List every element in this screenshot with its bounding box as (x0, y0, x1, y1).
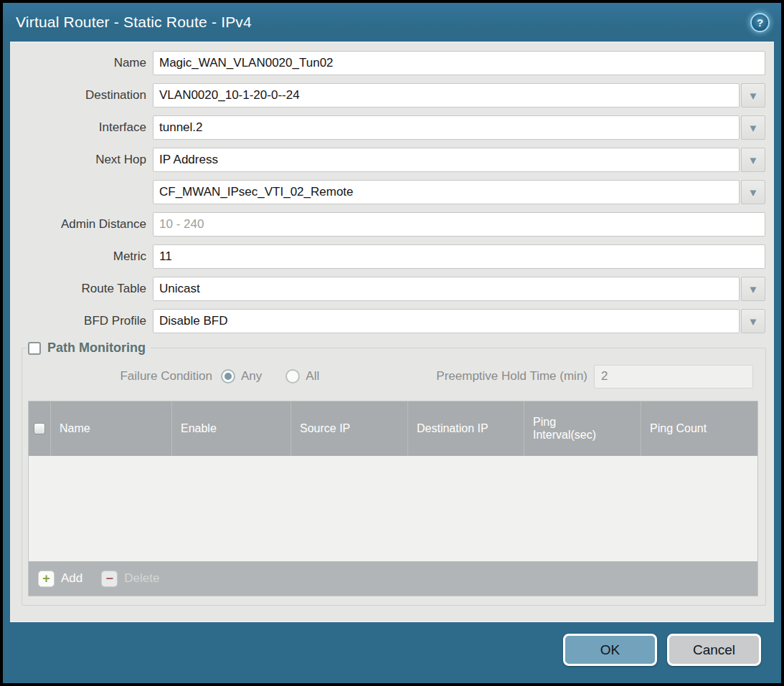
destination-input[interactable] (153, 83, 740, 108)
col-header-destination-ip: Destination IP (407, 401, 524, 456)
name-label: Name (10, 51, 153, 75)
plus-icon: + (38, 571, 55, 587)
route-table-input[interactable] (153, 277, 740, 301)
titlebar: Virtual Router - Static Route - IPv4 ? (3, 3, 781, 42)
failure-condition-row: Failure Condition Any All Preemptive Hol… (27, 364, 758, 389)
route-table-field-wrap: ▼ (153, 277, 765, 301)
interface-dropdown-button[interactable]: ▼ (741, 115, 765, 140)
hold-time-input (594, 365, 753, 389)
destination-label: Destination (10, 83, 153, 108)
route-table-dropdown-button[interactable]: ▼ (741, 277, 765, 301)
select-all-checkbox[interactable] (34, 423, 45, 434)
col-header-ping-count: Ping Count (641, 401, 757, 456)
radio-button-icon (285, 369, 300, 384)
col-header-source-ip: Source IP (291, 401, 407, 456)
chevron-down-icon: ▼ (748, 155, 759, 166)
dialog-title: Virtual Router - Static Route - IPv4 (16, 14, 252, 31)
metric-field-wrap (153, 244, 765, 269)
radio-button-icon (221, 369, 235, 384)
path-monitoring-checkbox[interactable] (28, 342, 41, 355)
table-body-empty (29, 456, 757, 561)
admin-distance-input[interactable] (153, 212, 765, 237)
next-hop-label: Next Hop (10, 148, 153, 172)
path-monitoring-legend: Path Monitoring (27, 340, 151, 356)
bfd-profile-field-wrap: ▼ (153, 309, 765, 333)
next-hop-type-input[interactable] (153, 148, 740, 172)
interface-input[interactable] (153, 115, 740, 140)
hold-time-group: Preemptive Hold Time (min) (436, 365, 753, 389)
table-header: Name Enable Source IP Destination IP Pin… (29, 401, 757, 456)
failure-condition-label: Failure Condition (27, 369, 212, 384)
next-hop-address-label (10, 180, 153, 204)
delete-button-label: Delete (124, 571, 159, 586)
add-button[interactable]: + Add (38, 571, 82, 587)
interface-field-wrap: ▼ (153, 115, 765, 140)
col-header-ping-interval: Ping Interval(sec) (524, 401, 641, 456)
metric-input[interactable] (153, 244, 765, 269)
name-field-wrap (153, 51, 765, 75)
static-route-dialog: Virtual Router - Static Route - IPv4 ? N… (0, 0, 784, 686)
route-table-label: Route Table (10, 277, 153, 301)
table-toolbar: + Add − Delete (29, 561, 757, 596)
bfd-profile-input[interactable] (153, 309, 740, 333)
path-monitoring-title: Path Monitoring (47, 340, 146, 356)
hold-time-label: Preemptive Hold Time (min) (436, 369, 587, 384)
destination-field-wrap: ▼ (153, 83, 765, 108)
name-input[interactable] (153, 51, 765, 75)
col-header-name: Name (50, 401, 171, 456)
destination-dropdown-button[interactable]: ▼ (741, 83, 765, 108)
dialog-content: Name Destination ▼ Interface ▼ Next Hop (10, 42, 774, 622)
radio-all-label: All (306, 369, 319, 384)
bfd-profile-dropdown-button[interactable]: ▼ (741, 309, 765, 333)
admin-distance-label: Admin Distance (10, 212, 153, 237)
chevron-down-icon: ▼ (748, 123, 759, 133)
metric-label: Metric (10, 244, 153, 269)
col-header-enable: Enable (171, 401, 291, 456)
next-hop-address-input[interactable] (153, 180, 740, 204)
next-hop-type-field-wrap: ▼ (153, 148, 765, 172)
chevron-down-icon: ▼ (748, 316, 759, 327)
chevron-down-icon: ▼ (748, 284, 759, 295)
help-icon[interactable]: ? (750, 13, 770, 32)
next-hop-address-field-wrap: ▼ (153, 180, 765, 204)
question-mark-icon: ? (757, 16, 763, 29)
route-form: Name Destination ▼ Interface ▼ Next Hop (10, 42, 774, 333)
ok-button[interactable]: OK (563, 634, 657, 666)
dialog-footer: OK Cancel (3, 622, 781, 683)
minus-icon: − (101, 571, 118, 587)
interface-label: Interface (10, 115, 153, 140)
delete-button: − Delete (101, 571, 159, 587)
chevron-down-icon: ▼ (748, 90, 759, 101)
path-monitoring-section: Path Monitoring Failure Condition Any Al… (22, 340, 766, 606)
path-monitoring-table: Name Enable Source IP Destination IP Pin… (28, 401, 758, 596)
radio-all: All (285, 369, 319, 384)
next-hop-address-dropdown-button[interactable]: ▼ (741, 180, 765, 204)
radio-any: Any (221, 369, 262, 384)
cancel-button[interactable]: Cancel (667, 634, 761, 666)
next-hop-type-dropdown-button[interactable]: ▼ (741, 148, 765, 172)
chevron-down-icon: ▼ (748, 187, 759, 198)
radio-any-label: Any (241, 369, 262, 384)
add-button-label: Add (61, 571, 82, 586)
admin-distance-field-wrap (153, 212, 765, 237)
select-all-cell (29, 401, 50, 456)
bfd-profile-label: BFD Profile (10, 309, 153, 333)
